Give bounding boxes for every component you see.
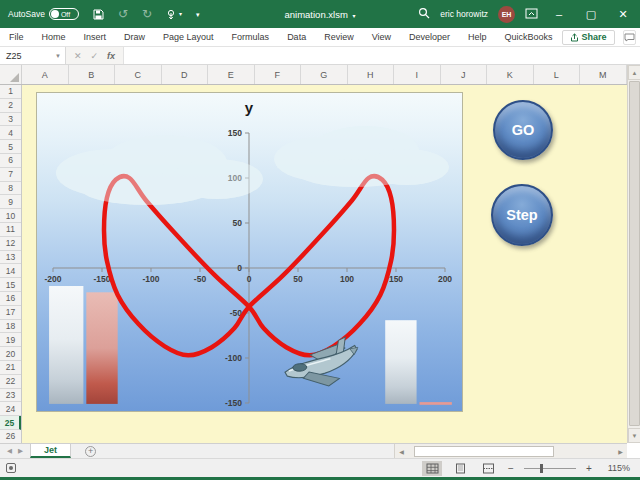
enter-icon[interactable]: ✓ (91, 51, 99, 61)
name-box[interactable]: Z25 ▼ (0, 47, 66, 64)
ribbon-tab-formulas[interactable]: Formulas (223, 28, 279, 46)
sheet-nav-right-icon[interactable]: ▶ (18, 447, 23, 455)
ribbon-tab-quickbooks[interactable]: QuickBooks (496, 28, 562, 46)
row-header-22[interactable]: 22 (0, 375, 21, 389)
row-header-11[interactable]: 11 (0, 223, 21, 237)
zoom-slider-thumb[interactable] (540, 464, 543, 473)
column-header-i[interactable]: I (394, 65, 441, 84)
row-header-2[interactable]: 2 (0, 99, 21, 113)
row-header-8[interactable]: 8 (0, 182, 21, 196)
ribbon-tab-draw[interactable]: Draw (115, 28, 154, 46)
sheet-tab-jet[interactable]: Jet (30, 444, 71, 458)
macro-record-icon[interactable] (6, 463, 16, 473)
search-icon[interactable] (418, 5, 430, 23)
row-header-5[interactable]: 5 (0, 140, 21, 154)
row-header-14[interactable]: 14 (0, 264, 21, 278)
row-header-25[interactable]: 25 (0, 416, 21, 430)
vertical-scrollbar[interactable]: ▲ ▼ (627, 65, 640, 443)
column-header-h[interactable]: H (348, 65, 395, 84)
column-header-l[interactable]: L (534, 65, 581, 84)
horizontal-scroll-thumb[interactable] (414, 446, 554, 457)
autosave-toggle[interactable]: Off (49, 8, 79, 20)
touch-mouse-mode-icon[interactable]: ▾ (166, 9, 182, 20)
comments-button[interactable] (623, 30, 636, 45)
axis-tick-label: 0 (247, 274, 252, 284)
ribbon-tab-file[interactable]: File (0, 28, 33, 46)
jet-animation-chart[interactable]: -200-150-100-50050100150200150100500-50-… (36, 92, 463, 412)
row-header-23[interactable]: 23 (0, 389, 21, 403)
cancel-icon[interactable]: ✕ (74, 51, 82, 61)
column-header-k[interactable]: K (487, 65, 534, 84)
sheet-nav-left-icon[interactable]: ◀ (7, 447, 12, 455)
avatar[interactable]: EH (498, 6, 515, 23)
row-header-1[interactable]: 1 (0, 85, 21, 99)
ribbon-display-options-icon[interactable] (525, 5, 538, 23)
row-header-10[interactable]: 10 (0, 209, 21, 223)
row-header-4[interactable]: 4 (0, 126, 21, 140)
ribbon-tab-data[interactable]: Data (278, 28, 315, 46)
autosave-control[interactable]: AutoSave Off (8, 8, 79, 20)
row-header-3[interactable]: 3 (0, 113, 21, 127)
row-header-17[interactable]: 17 (0, 306, 21, 320)
scroll-left-icon[interactable]: ◀ (395, 444, 408, 458)
column-header-f[interactable]: F (255, 65, 302, 84)
select-all-button[interactable] (0, 65, 22, 84)
document-title[interactable]: animation.xlsm (284, 9, 347, 20)
close-button[interactable]: ✕ (612, 2, 634, 26)
ribbon-tab-view[interactable]: View (363, 28, 400, 46)
row-header-18[interactable]: 18 (0, 320, 21, 334)
column-header-j[interactable]: J (441, 65, 488, 84)
vertical-scroll-thumb[interactable] (629, 81, 640, 426)
row-header-19[interactable]: 19 (0, 333, 21, 347)
column-header-c[interactable]: C (115, 65, 162, 84)
horizontal-scrollbar[interactable]: ◀ ▶ (394, 444, 627, 458)
redo-icon[interactable]: ↻ (142, 8, 152, 20)
row-header-26[interactable]: 26 (0, 430, 21, 443)
view-page-break-button[interactable] (478, 461, 498, 476)
row-header-24[interactable]: 24 (0, 402, 21, 416)
row-header-12[interactable]: 12 (0, 237, 21, 251)
row-header-13[interactable]: 13 (0, 251, 21, 265)
go-button[interactable]: GO (493, 100, 553, 160)
step-button[interactable]: Step (491, 184, 553, 246)
view-page-layout-button[interactable] (450, 461, 470, 476)
scroll-down-icon[interactable]: ▼ (628, 428, 640, 443)
zoom-out-button[interactable]: − (506, 463, 516, 474)
user-name[interactable]: eric horowitz (440, 9, 488, 19)
row-header-7[interactable]: 7 (0, 168, 21, 182)
save-icon[interactable] (93, 9, 104, 20)
ribbon-tab-developer[interactable]: Developer (400, 28, 459, 46)
column-header-e[interactable]: E (208, 65, 255, 84)
jet-icon[interactable] (283, 336, 359, 388)
scroll-up-icon[interactable]: ▲ (628, 65, 640, 80)
column-header-g[interactable]: G (301, 65, 348, 84)
ribbon-tab-insert[interactable]: Insert (75, 28, 116, 46)
column-header-b[interactable]: B (69, 65, 116, 84)
maximize-button[interactable]: ▢ (580, 2, 602, 26)
ribbon-tab-home[interactable]: Home (33, 28, 75, 46)
ribbon-tab-page-layout[interactable]: Page Layout (154, 28, 223, 46)
ribbon-tab-help[interactable]: Help (459, 28, 496, 46)
zoom-in-button[interactable]: + (584, 463, 594, 474)
new-sheet-button[interactable]: + (85, 446, 96, 457)
row-header-21[interactable]: 21 (0, 361, 21, 375)
customize-qat-icon[interactable]: ▾ (196, 11, 200, 18)
zoom-level[interactable]: 115% (602, 463, 630, 473)
column-header-d[interactable]: D (162, 65, 209, 84)
zoom-slider[interactable] (524, 468, 576, 469)
scroll-right-icon[interactable]: ▶ (614, 444, 627, 458)
row-header-6[interactable]: 6 (0, 154, 21, 168)
row-header-15[interactable]: 15 (0, 278, 21, 292)
row-header-9[interactable]: 9 (0, 195, 21, 209)
view-normal-button[interactable] (422, 461, 442, 476)
row-header-16[interactable]: 16 (0, 292, 21, 306)
column-header-a[interactable]: A (22, 65, 69, 84)
formula-input[interactable] (124, 47, 640, 64)
insert-function-icon[interactable]: fx (107, 51, 115, 61)
column-header-m[interactable]: M (580, 65, 627, 84)
row-header-20[interactable]: 20 (0, 347, 21, 361)
ribbon-tab-review[interactable]: Review (315, 28, 363, 46)
undo-icon[interactable]: ↺ (118, 8, 128, 20)
minimize-button[interactable]: – (548, 2, 570, 26)
share-button[interactable]: Share (562, 30, 615, 45)
